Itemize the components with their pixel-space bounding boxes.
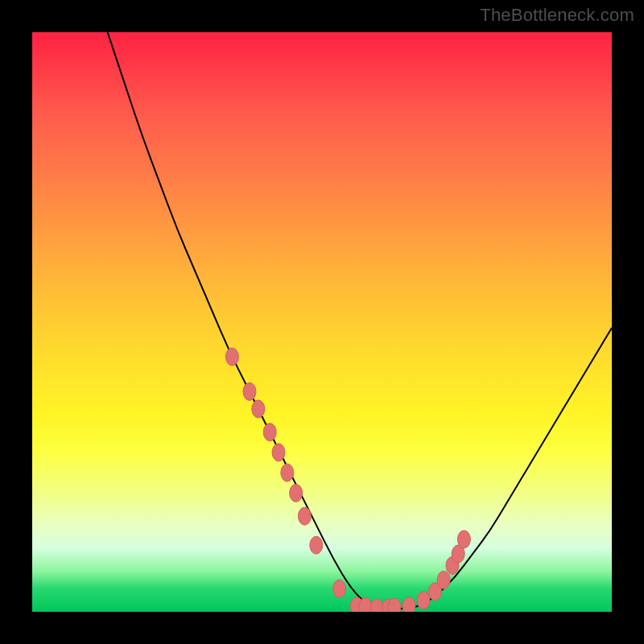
data-point [225, 348, 238, 365]
watermark-text: TheBottleneck.com [480, 5, 634, 26]
data-point [281, 464, 294, 481]
data-point [359, 598, 372, 612]
data-point [457, 530, 470, 548]
chart-frame: TheBottleneck.com [0, 0, 644, 644]
data-point [290, 484, 303, 502]
data-point [252, 400, 265, 418]
data-point [388, 598, 401, 612]
data-point [333, 580, 346, 597]
data-point [298, 507, 311, 525]
plot-area [32, 32, 612, 612]
data-point [417, 592, 430, 609]
data-point [370, 599, 383, 612]
data-point [263, 423, 276, 441]
data-point [437, 571, 450, 588]
chart-overlay [32, 32, 612, 612]
data-point-group [225, 348, 470, 612]
data-point [272, 444, 285, 461]
data-point [402, 597, 415, 612]
data-point [243, 382, 256, 400]
bottleneck-curve [108, 32, 612, 609]
data-point [310, 536, 323, 554]
